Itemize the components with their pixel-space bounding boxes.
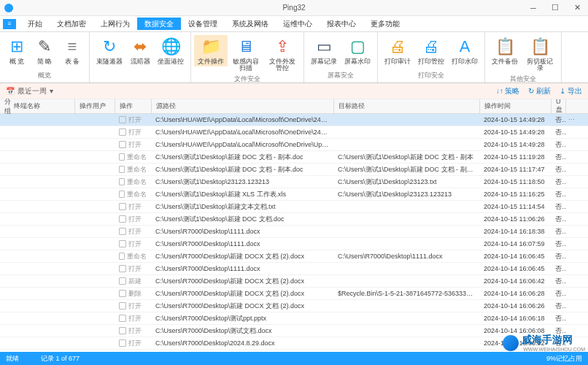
table-row[interactable]: 打开C:\Users\R7000\Desktop\1111.docx2024-1… [0,263,588,275]
cell-source: C:\Users\R7000\Desktop\1111.docx [151,228,333,235]
cell-usb: 否 [551,227,565,237]
col-operation[interactable]: 操作 [115,99,152,113]
menu-tab-2[interactable]: 上网行为 [93,18,137,30]
ribbon-item-0-2[interactable]: ≡表 备 [58,35,86,66]
ribbon-item-5-0[interactable]: 📋文件备份 [488,35,522,66]
ribbon-item-2-0[interactable]: 📁文件操作 [194,35,228,66]
table-row[interactable]: 重命名C:\Users\测试1\Desktop\23123.123213C:\U… [0,176,588,188]
maximize-button[interactable]: ☐ [544,0,566,16]
menu-tab-0[interactable]: 开始 [20,18,50,30]
toolbar-action-0[interactable]: ↓↑ 策略 [496,86,520,96]
document-icon [119,240,126,247]
table-row[interactable]: 打开C:\Users\测试1\Desktop\新建 DOC 文档.doc2024… [0,213,588,226]
cell-source: C:\Users\R7000\Desktop\新建 DOCX 文档 (2).do… [151,289,333,299]
table-row[interactable]: 打开C:\Users\R7000\Desktop\新建 DOCX 文档 (2).… [0,300,588,312]
ribbon-item-1-1[interactable]: ⬌流暗器 [126,35,154,66]
table-row[interactable]: 打开C:\Users\HUAWEI\AppData\Local\Microsof… [0,139,588,151]
document-icon [119,302,126,310]
date-range-label[interactable]: 最近一周 [18,86,47,96]
table-row[interactable]: 打开C:\Users\R7000\Desktop\1111.docx2024-1… [0,238,588,250]
cell-time: 2024-10-14 16:06:42 [479,277,551,285]
ribbon-item-3-0[interactable]: ▭屏幕记录 [307,35,341,66]
table-row[interactable]: 打开C:\Users\R7000\Desktop\1111.docx2024-1… [0,226,588,238]
cell-source: C:\Users\测试1\Desktop\新建 DOC 文档 - 副本.doc [151,153,333,162]
col-category[interactable]: 分组 [0,99,9,113]
cell-source: C:\Users\测试1\Desktop\23123.123213 [151,177,333,187]
cell-operation: 重命名 [115,165,151,174]
menu-tab-6[interactable]: 运维中心 [276,18,320,30]
table-row[interactable]: 删除C:\Users\R7000\Desktop\新建 DOCX 文档 (2).… [0,288,588,300]
ribbon-icon: A [454,36,475,57]
col-source[interactable]: 源路径 [152,99,334,113]
close-button[interactable]: ✕ [566,0,588,16]
table-row[interactable]: 打开C:\Users\R7000\Desktop\测试ppt.pptx2024-… [0,312,588,325]
cell-usb: 否 [551,190,565,199]
document-icon [119,228,126,235]
status-right: 9%记忆占用 [546,354,582,364]
cell-usb: 否 [551,264,565,274]
cell-operation: 新建 [115,277,151,286]
ribbon-item-4-1[interactable]: 🖨打印管控 [414,35,448,66]
ribbon-group-label: 概览 [3,69,86,81]
toolbar-action-2[interactable]: ⤓ 导出 [560,86,582,96]
document-icon [119,290,126,297]
ribbon-item-1-2[interactable]: 🌐坐面港控 [154,35,187,66]
table-row[interactable]: 重命名C:\Users\测试1\Desktop\新建 XLS 工作表.xlsC:… [0,188,588,201]
cell-operation: 打开 [115,314,151,323]
ribbon-item-0-0[interactable]: ⊞概 览 [3,35,31,66]
table-row[interactable]: 重命名C:\Users\测试1\Desktop\新建 DOC 文档 - 副本.d… [0,164,588,176]
cell-operation: 打开 [115,301,151,311]
calendar-icon[interactable]: 📅 [6,87,15,95]
cell-operation: 打开 [115,202,151,212]
col-terminal[interactable]: 终端名称 [9,99,75,113]
ribbon-icon: ▭ [314,36,334,57]
cell-operation: 打开 [115,140,151,150]
menu-tab-1[interactable]: 文档加密 [50,18,93,30]
cell-time: 2024-10-15 14:49:28 [479,128,551,136]
ribbon: ⊞概 览✎简 略≡表 备概览↻束隧遁器⬌流暗器🌐坐面港控📁文件操作🖥敏感内容扫描… [0,32,588,83]
minimize-button[interactable]: ─ [522,0,544,16]
ribbon-item-0-1[interactable]: ✎简 略 [31,35,58,66]
ribbon-item-3-1[interactable]: ▢屏幕水印 [341,35,374,66]
table-row[interactable]: 重命名C:\Users\测试1\Desktop\新建 DOC 文档 - 副本.d… [0,151,588,164]
ribbon-item-5-1[interactable]: 📋剪切板记录 [522,35,558,73]
ribbon-item-2-2[interactable]: ⇪文件外发管控 [264,35,301,73]
ribbon-item-2-1[interactable]: 🖥敏感内容扫描 [228,35,264,73]
table-row[interactable]: 打开C:\Users\测试1\Desktop\新建文本文档.txt2024-10… [0,201,588,213]
col-usb[interactable]: U盘 [552,99,566,113]
ribbon-group-label: 其他安全 [488,73,558,85]
document-icon [119,116,126,123]
main-menu-icon[interactable]: ≡ [3,19,16,29]
ribbon-label: 打印水印 [452,58,478,65]
row-more-icon[interactable]: ⋯ [565,116,578,123]
ribbon-group-3: ▭屏幕记录▢屏幕水印屏幕安全 [304,32,378,82]
table-row[interactable]: 新建C:\Users\R7000\Desktop\新建 DOCX 文档 (2).… [0,275,588,288]
ribbon-item-4-0[interactable]: 🖨打印审计 [381,35,414,66]
cell-usb: 否 [551,252,565,261]
cell-time: 2024-10-14 16:06:45 [479,265,551,272]
cell-source: C:\Users\R7000\Desktop\新建 DOCX 文档 (2).do… [151,277,333,286]
col-dest[interactable]: 目标路径 [334,99,480,113]
table-row[interactable]: 打开C:\Users\R7000\Desktop\测试文档.docx2024-1… [0,325,588,337]
table-row[interactable]: 打开C:\Users\HUAWEI\AppData\Local\Microsof… [0,126,588,139]
menu-tab-3[interactable]: 数据安全 [137,18,181,30]
document-icon [119,339,126,347]
cell-operation: 打开 [115,264,151,274]
menu-tab-4[interactable]: 设备管理 [181,18,225,30]
ribbon-item-1-0[interactable]: ↻束隧遁器 [93,35,126,66]
menubar: ≡ 开始文档加密上网行为数据安全设备管理系统及网络运维中心报表中心更多功能 [0,16,588,32]
table-row[interactable]: 打开C:\Users\R7000\Desktop\2024.8.29.docx2… [0,337,588,350]
menu-tab-5[interactable]: 系统及网络 [225,18,276,30]
document-icon [119,265,126,272]
col-time[interactable]: 操作时间 [480,99,552,113]
col-user[interactable]: 操作用户 [75,99,115,113]
ribbon-item-4-2[interactable]: A打印水印 [448,35,481,66]
toolbar-action-1[interactable]: ↻ 刷新 [528,86,551,96]
cell-time: 2024-10-14 16:06:18 [479,315,551,322]
menu-tab-8[interactable]: 更多功能 [363,18,407,30]
ribbon-icon: ⬌ [130,36,150,57]
table-row[interactable]: 打开C:\Users\HUAWEI\AppData\Local\Microsof… [0,114,588,126]
cell-usb: 否 [551,239,565,249]
table-row[interactable]: 重命名C:\Users\R7000\Desktop\新建 DOCX 文档 (2)… [0,250,588,263]
menu-tab-7[interactable]: 报表中心 [320,18,363,30]
